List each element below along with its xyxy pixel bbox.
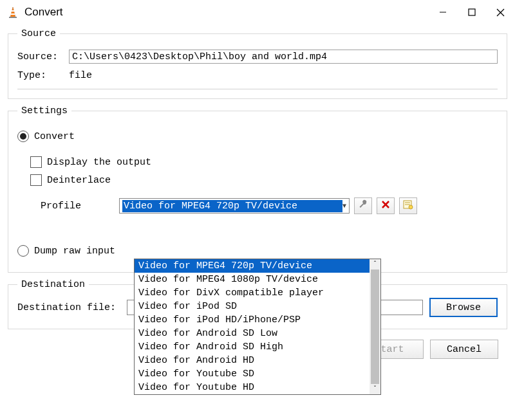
profile-option[interactable]: Video for Android SD Low [135, 327, 370, 340]
browse-button-label: Browse [446, 302, 481, 313]
scroll-up-icon[interactable]: ˆ [370, 259, 380, 269]
maximize-button[interactable] [457, 0, 486, 24]
profile-option[interactable]: Video for Android SD High [135, 340, 370, 354]
scroll-down-icon[interactable]: ˇ [370, 384, 380, 394]
settings-group: Settings Convert Display the output Dein… [8, 105, 507, 273]
source-legend: Source [17, 28, 60, 39]
edit-profile-button[interactable] [354, 197, 372, 214]
settings-legend: Settings [17, 105, 71, 116]
type-value: file [69, 70, 92, 81]
svg-rect-2 [11, 14, 15, 15]
new-profile-button[interactable] [399, 197, 417, 214]
dump-raw-radio[interactable] [17, 245, 29, 257]
profile-option[interactable]: Video for Android HD [135, 354, 370, 367]
dropdown-scrollbar[interactable]: ˆ ˇ [370, 259, 380, 394]
profile-option[interactable]: Video for iPod HD/iPhone/PSP [135, 313, 370, 327]
window-title: Convert [24, 6, 63, 19]
type-label: Type: [17, 70, 69, 81]
scroll-thumb[interactable] [371, 269, 379, 384]
titlebar: Convert [0, 0, 515, 24]
svg-point-13 [409, 205, 413, 209]
profile-option[interactable]: Video for MPEG4 1080p TV/device [135, 273, 370, 286]
close-button[interactable] [486, 0, 515, 24]
source-group: Source Source: Type: file [8, 28, 507, 99]
destination-legend: Destination [17, 279, 89, 290]
convert-dialog: Convert Source Source: Type: file Settin… [0, 0, 515, 420]
profile-dropdown-list: Video for MPEG4 720p TV/device Video for… [135, 259, 370, 394]
cancel-button-label: Cancel [447, 344, 482, 355]
profile-combobox[interactable]: Video for MPEG4 720p TV/device ▼ [119, 198, 350, 214]
destination-file-label: Destination file: [17, 302, 127, 313]
profile-option[interactable]: Video for DivX compatible player [135, 286, 370, 300]
deinterlace-label: Deinterlace [47, 175, 111, 186]
vlc-icon [6, 6, 19, 19]
browse-button[interactable]: Browse [429, 298, 498, 317]
source-input[interactable] [69, 50, 498, 64]
source-label: Source: [17, 51, 69, 62]
profile-dropdown: Video for MPEG4 720p TV/device Video for… [134, 259, 381, 395]
profile-option[interactable]: Video for iPod SD [135, 300, 370, 313]
profile-option[interactable]: Video for Youtube HD [135, 381, 370, 394]
delete-profile-button[interactable] [377, 197, 395, 214]
profile-label: Profile [17, 201, 119, 212]
svg-rect-5 [469, 9, 475, 15]
wrench-icon [358, 199, 368, 213]
profile-option[interactable]: Video for MPEG4 720p TV/device [135, 259, 370, 273]
svg-rect-1 [12, 10, 15, 12]
convert-radio-label: Convert [34, 131, 75, 142]
deinterlace-checkbox[interactable] [30, 174, 42, 186]
svg-rect-3 [9, 17, 17, 18]
display-output-label: Display the output [47, 157, 151, 168]
convert-radio[interactable] [17, 131, 29, 142]
svg-marker-0 [10, 7, 15, 17]
profile-option[interactable]: Video for Youtube SD [135, 367, 370, 381]
new-profile-icon [403, 199, 413, 213]
cancel-button[interactable]: Cancel [430, 340, 498, 359]
profile-selected: Video for MPEG4 720p TV/device [122, 200, 342, 212]
chevron-down-icon: ▼ [342, 203, 346, 210]
window-controls [428, 0, 515, 24]
delete-icon [381, 200, 390, 212]
display-output-checkbox[interactable] [30, 156, 42, 168]
minimize-button[interactable] [428, 0, 457, 24]
dump-raw-label: Dump raw input [34, 246, 115, 257]
divider [17, 89, 498, 89]
